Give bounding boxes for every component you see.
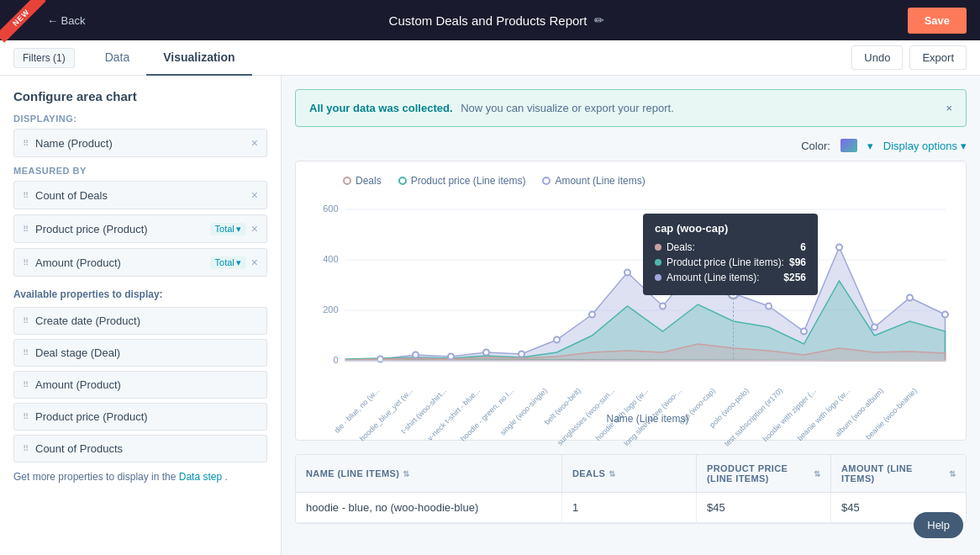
legend-label-product-price: Product price (Line items) (411, 175, 526, 187)
measure-item-product-price[interactable]: ⠿ Product price (Product) Total ▾ × (13, 214, 267, 243)
avail-item-amount[interactable]: ⠿ Amount (Product) (13, 371, 267, 399)
svg-point-26 (907, 295, 913, 301)
sort-icon: ⇅ (949, 469, 956, 478)
drag-handle-icon: ⠿ (23, 316, 29, 325)
measure-close-product-price[interactable]: × (251, 222, 258, 235)
th-deals-label: DEALS (572, 468, 605, 478)
legend-label-deals: Deals (356, 175, 382, 187)
total-badge-product[interactable]: Total ▾ (210, 223, 246, 235)
banner-text: All your data was collected. Now you can… (309, 102, 674, 114)
sort-icon: ⇅ (403, 469, 409, 478)
measure-label-amount: Amount (Product) (35, 256, 210, 269)
chart-legend: Deals Product price (Line items) Amount … (309, 175, 952, 187)
th-deals[interactable]: DEALS ⇅ (562, 455, 697, 492)
banner-description: Now you can visualize or export your rep… (461, 102, 674, 114)
tooltip-dot-deals (655, 244, 661, 251)
th-product-price[interactable]: PRODUCT PRICE (LINE ITEMS) ⇅ (697, 455, 831, 492)
table-row: hoodie - blue, no (woo-hoodie-blue) 1 $4… (296, 493, 966, 523)
sidebar: Configure area chart Displaying: ⠿ Name … (0, 76, 282, 555)
legend-product-price: Product price (Line items) (398, 175, 526, 187)
tab-data[interactable]: Data (88, 40, 147, 76)
avail-label: Create date (Product) (35, 314, 140, 327)
measure-item-deals[interactable]: ⠿ Count of Deals × (13, 181, 267, 209)
display-options-button[interactable]: Display options ▾ (883, 140, 967, 152)
content-area: All your data was collected. Now you can… (282, 76, 980, 555)
footer-text: Get more properties to display in the Da… (13, 471, 267, 483)
tooltip-val-product-price: $96 (789, 256, 806, 268)
avail-item-create-date[interactable]: ⠿ Create date (Product) (13, 307, 267, 335)
avail-item-deal-stage[interactable]: ⠿ Deal stage (Deal) (13, 339, 267, 367)
th-name[interactable]: NAME (LINE ITEMS) ⇅ (296, 455, 562, 492)
svg-point-23 (801, 329, 807, 335)
td-product-price: $45 (697, 493, 831, 522)
footer-period: . (224, 471, 227, 483)
svg-point-25 (872, 325, 877, 330)
svg-point-27 (942, 312, 948, 318)
svg-point-16 (554, 337, 560, 343)
tooltip-key-deals: Deals: (667, 241, 795, 253)
measure-close-amount[interactable]: × (251, 256, 258, 269)
tabs-bar: Filters (1) Data Visualization Undo Expo… (0, 40, 980, 76)
edit-icon[interactable]: ✏ (594, 13, 604, 27)
svg-point-17 (589, 312, 595, 318)
total-badge-amount[interactable]: Total ▾ (210, 256, 246, 269)
back-button[interactable]: ← Back (47, 14, 86, 27)
tooltip-title: cap (woo-cap) (655, 222, 806, 235)
th-amount-label: AMOUNT (LINE ITEMS) (841, 463, 946, 484)
chart-header: Color: ▾ Display options ▾ (295, 139, 967, 152)
legend-dot-amount (542, 177, 551, 185)
undo-button[interactable]: Undo (851, 45, 903, 70)
tab-visualization[interactable]: Visualization (146, 40, 251, 76)
drag-handle-icon: ⠿ (23, 348, 29, 357)
export-button[interactable]: Export (909, 45, 967, 70)
displaying-close-icon[interactable]: × (251, 136, 258, 150)
avail-label: Product price (Product) (35, 410, 148, 423)
avail-item-product-price[interactable]: ⠿ Product price (Product) (13, 403, 267, 431)
th-name-label: NAME (LINE ITEMS) (306, 468, 399, 478)
svg-point-24 (836, 245, 842, 251)
chevron-down-icon: ▾ (236, 224, 241, 235)
filters-chip[interactable]: Filters (1) (13, 48, 75, 68)
avail-label: Count of Products (35, 442, 123, 455)
td-deals: 1 (562, 493, 697, 522)
legend-dot-product-price (398, 177, 407, 185)
drag-handle-icon: ⠿ (23, 191, 29, 200)
drag-handle-icon: ⠿ (23, 258, 29, 267)
displaying-label: Displaying: (13, 114, 267, 124)
svg-point-14 (483, 350, 489, 356)
new-badge-wrap: NEW (0, 0, 50, 50)
svg-point-22 (766, 304, 772, 309)
tooltip-row-deals: Deals: 6 (655, 241, 806, 253)
avail-item-count-products[interactable]: ⠿ Count of Products (13, 435, 267, 462)
drag-handle-icon: ⠿ (23, 225, 29, 234)
drag-handle-icon: ⠿ (23, 444, 29, 453)
color-swatch[interactable] (840, 139, 857, 152)
measured-by-label: measured by (13, 166, 267, 176)
measure-item-amount[interactable]: ⠿ Amount (Product) Total ▾ × (13, 248, 267, 277)
chevron-down-icon[interactable]: ▾ (867, 140, 873, 152)
svg-point-19 (660, 304, 666, 309)
chart-container: Deals Product price (Line items) Amount … (295, 161, 967, 441)
drag-handle-icon: ⠿ (23, 139, 29, 148)
svg-text:600: 600 (323, 204, 338, 214)
svg-text:Name (Line items): Name (Line items) (606, 413, 688, 425)
page-title: Custom Deals and Products Report ✏ (96, 13, 898, 28)
displaying-item-label: Name (Product) (35, 137, 251, 150)
displaying-item[interactable]: ⠿ Name (Product) × (13, 129, 267, 157)
measure-label-product-price: Product price (Product) (35, 223, 210, 235)
save-button[interactable]: Save (908, 8, 967, 34)
data-step-link[interactable]: Data step (179, 471, 222, 483)
badge-label: Total (215, 224, 234, 234)
badge-label: Total (215, 257, 234, 267)
tooltip-row-amount: Amount (Line items): $256 (655, 272, 806, 283)
th-amount[interactable]: AMOUNT (LINE ITEMS) ⇅ (831, 455, 966, 492)
svg-text:400: 400 (323, 254, 338, 264)
help-button[interactable]: Help (914, 512, 963, 538)
banner-title: All your data was collected. (309, 102, 453, 114)
chart-tooltip: cap (woo-cap) Deals: 6 Product price (Li… (643, 214, 818, 295)
banner-close-icon[interactable]: × (946, 102, 952, 114)
measure-close-deals[interactable]: × (251, 188, 258, 202)
tooltip-val-amount: $256 (783, 272, 806, 283)
main-layout: Configure area chart Displaying: ⠿ Name … (0, 76, 980, 555)
th-product-price-label: PRODUCT PRICE (LINE ITEMS) (707, 463, 810, 484)
